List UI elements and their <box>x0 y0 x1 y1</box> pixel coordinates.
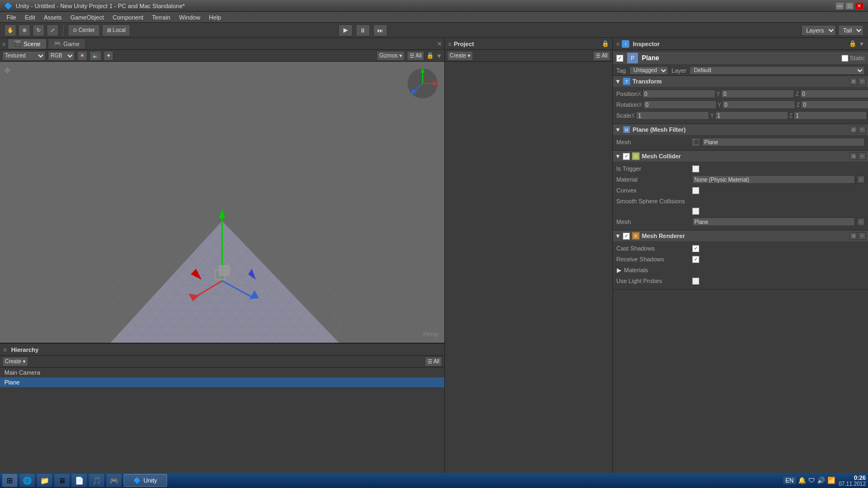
is-trigger-checkbox[interactable] <box>692 165 699 172</box>
project-all-btn[interactable]: ☰ All <box>593 51 610 61</box>
mesh-renderer-help[interactable]: ? <box>858 232 866 240</box>
rotation-y-input[interactable] <box>722 100 795 109</box>
scene-panel-lock[interactable]: 🔒 <box>426 52 434 59</box>
project-create-btn[interactable]: Create ▾ <box>447 51 473 61</box>
transform-help[interactable]: ? <box>858 78 866 85</box>
transform-header[interactable]: ▼ T Transform ⚙ ? <box>613 76 868 87</box>
mesh-filter-collapse[interactable]: ▼ <box>615 127 621 132</box>
receive-shadows-checkbox[interactable]: ✓ <box>692 256 699 263</box>
hierarchy-item-main-camera[interactable]: Main Camera <box>0 368 444 377</box>
collider-mesh-input[interactable] <box>692 217 855 226</box>
tab-game[interactable]: 🎮 Game <box>48 38 86 49</box>
material-input[interactable] <box>692 175 855 184</box>
mesh-filter-settings[interactable]: ⚙ <box>850 126 857 133</box>
materials-foldout[interactable]: ▶ <box>616 267 622 273</box>
scale-z-input[interactable] <box>794 111 867 120</box>
mesh-renderer-collapse[interactable]: ▼ <box>615 233 621 239</box>
transform-collapse[interactable]: ▼ <box>615 79 621 84</box>
mesh-filter-header[interactable]: ▼ M Plane (Mesh Filter) ⚙ ? <box>613 124 868 135</box>
taskbar-unity-btn[interactable]: 🎮 <box>106 474 122 487</box>
mesh-filter-help[interactable]: ? <box>858 126 866 133</box>
position-y-input[interactable] <box>721 89 794 98</box>
hierarchy-item-plane[interactable]: Plane <box>0 377 444 387</box>
mesh-collider-checkbox[interactable]: ✓ <box>623 153 630 160</box>
use-light-probes-checkbox[interactable] <box>692 278 699 285</box>
rotation-x-input[interactable] <box>643 100 717 109</box>
taskbar-ie-btn[interactable]: 🌐 <box>20 474 35 487</box>
tool-hand[interactable]: ✋ <box>4 24 16 36</box>
maximize-button[interactable]: □ <box>845 2 854 10</box>
static-checkbox[interactable] <box>841 55 848 62</box>
mesh-renderer-header[interactable]: ▼ ✓ R Mesh Renderer ⚙ ? <box>613 230 868 241</box>
taskbar-unity-app[interactable]: 🔷 Unity <box>124 474 167 487</box>
menu-file[interactable]: File <box>2 13 21 22</box>
hierarchy-create-btn[interactable]: Create ▾ <box>2 357 28 367</box>
scale-x-input[interactable] <box>636 111 709 120</box>
menu-terrain[interactable]: Terrain <box>148 13 175 22</box>
collider-mesh-pick-btn[interactable]: ○ <box>857 218 865 226</box>
tool-scale[interactable]: ⤢ <box>47 24 59 36</box>
minimize-button[interactable]: — <box>835 2 844 10</box>
scene-panel-close[interactable]: ✕ <box>437 40 442 48</box>
cast-shadows-row: Cast Shadows ✓ <box>616 243 865 253</box>
transform-component: ▼ T Transform ⚙ ? Position X <box>613 76 868 124</box>
space-button[interactable]: ⊞ Local <box>102 24 131 36</box>
transform-settings[interactable]: ⚙ <box>850 78 857 85</box>
scene-audio-btn[interactable]: 🔈 <box>90 51 101 61</box>
view-mode-dropdown[interactable]: Textured <box>2 51 46 61</box>
menu-edit[interactable]: Edit <box>21 13 40 22</box>
pivot-button[interactable]: ⊙ Center <box>68 24 100 36</box>
menu-component[interactable]: Component <box>108 13 148 22</box>
scene-fx-btn[interactable]: ✦ <box>104 51 113 61</box>
tab-scene[interactable]: 🎬 Scene <box>8 38 46 49</box>
layers-dropdown[interactable]: Layers <box>801 25 836 36</box>
scene-all-btn[interactable]: ☰ All <box>407 51 424 61</box>
mesh-renderer-checkbox[interactable]: ✓ <box>623 233 630 240</box>
play-button[interactable]: ▶ <box>339 24 353 36</box>
pause-button[interactable]: ⏸ <box>356 24 370 36</box>
menu-help[interactable]: Help <box>205 13 226 22</box>
inspector-lock[interactable]: 🔒 <box>849 40 857 47</box>
position-x-input[interactable] <box>642 89 716 98</box>
step-button[interactable]: ⏭ <box>373 24 387 36</box>
menu-window[interactable]: Window <box>175 13 205 22</box>
position-z-input[interactable] <box>800 89 868 98</box>
mesh-collider-header[interactable]: ▼ ✓ C Mesh Collider ⚙ ? <box>613 151 868 162</box>
taskbar-desktop-btn[interactable]: 🖥 <box>54 474 69 487</box>
material-pick-btn[interactable]: ○ <box>857 176 865 183</box>
mesh-renderer-settings[interactable]: ⚙ <box>850 232 857 240</box>
use-light-probes-row: Use Light Probes <box>616 276 865 286</box>
inspector-panel: ≡ i Inspector 🔒 ▼ ✓ P Plane Static <box>613 38 868 473</box>
mesh-collider-help[interactable]: ? <box>858 152 866 160</box>
taskbar-office-btn[interactable]: 📄 <box>72 474 87 487</box>
active-checkbox[interactable]: ✓ <box>616 55 623 62</box>
hierarchy-all-btn[interactable]: ☰ All <box>425 357 442 367</box>
taskbar-media-btn[interactable]: 🎵 <box>89 474 104 487</box>
scale-y-input[interactable] <box>715 111 788 120</box>
rotation-z-input[interactable] <box>801 100 868 109</box>
smooth-sphere-checkbox[interactable] <box>692 208 699 215</box>
convex-checkbox[interactable] <box>692 187 699 194</box>
inspector-collapse[interactable]: ▼ <box>859 41 865 47</box>
scene-panel-collapse[interactable]: ▼ <box>436 53 442 59</box>
scene-view[interactable]: ✥ <box>0 62 444 343</box>
layout-dropdown[interactable]: Tall <box>838 25 864 36</box>
tool-move[interactable]: ⊕ <box>18 24 30 36</box>
layer-dropdown[interactable]: Default <box>690 66 865 75</box>
close-button[interactable]: ✕ <box>855 2 864 10</box>
mesh-input[interactable] <box>702 138 865 146</box>
channel-dropdown[interactable]: RGB <box>48 51 75 61</box>
scene-lighting-btn[interactable]: ☀ <box>77 51 87 61</box>
menu-gameobject[interactable]: GameObject <box>66 13 108 22</box>
start-button[interactable]: ⊞ <box>2 474 17 487</box>
cast-shadows-checkbox[interactable]: ✓ <box>692 245 699 252</box>
tag-dropdown[interactable]: Untagged <box>629 66 668 75</box>
project-lock[interactable]: 🔒 <box>602 40 609 47</box>
taskbar-explorer-btn[interactable]: 📁 <box>37 474 52 487</box>
tool-rotate[interactable]: ↻ <box>33 24 44 36</box>
mesh-collider-collapse[interactable]: ▼ <box>615 153 621 159</box>
mesh-collider-settings[interactable]: ⚙ <box>850 152 857 160</box>
gizmos-button[interactable]: Gizmos ▾ <box>376 51 405 61</box>
menu-assets[interactable]: Assets <box>40 13 66 22</box>
scene-orientation-gizmo[interactable]: Y X Z <box>406 67 439 100</box>
